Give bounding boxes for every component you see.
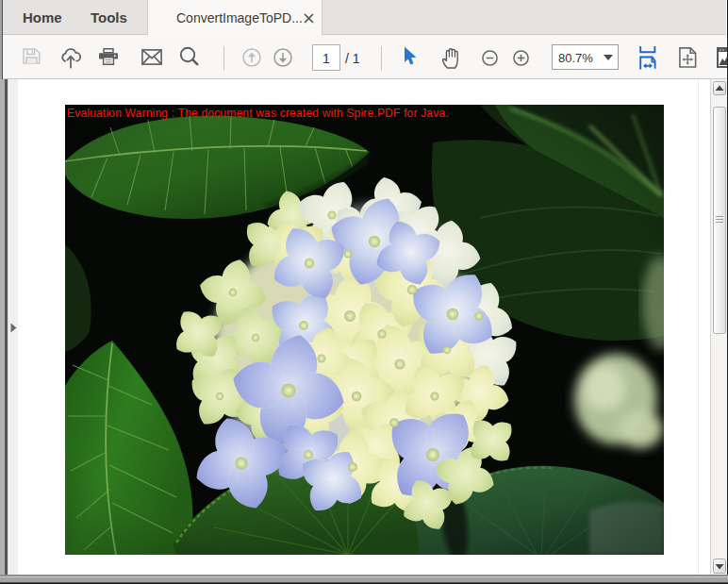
svg-text:Evaluation Warning : The docum: Evaluation Warning : The document was cr… (67, 107, 449, 120)
